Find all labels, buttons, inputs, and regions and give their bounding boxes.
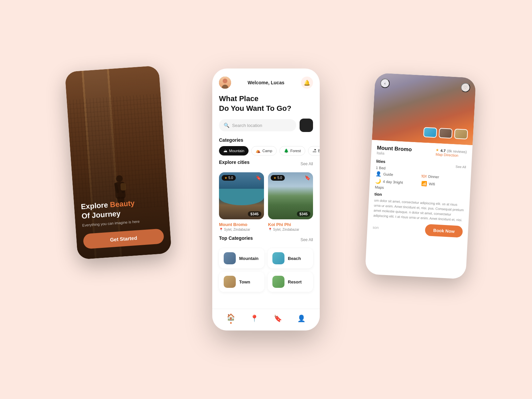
- category-mountain[interactable]: ⛰ Mountain: [219, 146, 249, 156]
- get-started-button[interactable]: Get Started: [83, 228, 165, 249]
- nav-home[interactable]: 🏠: [227, 313, 235, 324]
- top-cat-resort[interactable]: Resort: [268, 272, 313, 292]
- rating-badge: ★ 5.0: [271, 175, 285, 181]
- explore-cities-title: Explore cities: [219, 160, 250, 165]
- amenity-duration: 🌙 4 day 3night: [375, 178, 419, 186]
- nav-profile[interactable]: 👤: [297, 314, 306, 322]
- location-nav-icon: 📍: [250, 314, 259, 322]
- forest-icon: 🌲: [284, 148, 289, 153]
- city-card-mount-bromo[interactable]: ★ 5.0 🔖 $345 Mount Bromo 📍 Sylet, Zindab…: [219, 172, 264, 231]
- grid-view-button[interactable]: [300, 119, 313, 132]
- title-line2: Do You Want To Go?: [219, 104, 291, 113]
- top-categories-see-all[interactable]: See All: [301, 237, 313, 242]
- thumbnail-2[interactable]: [439, 128, 453, 139]
- mountain-thumbnail: [224, 252, 236, 264]
- season-label: son: [373, 225, 379, 229]
- city-cards: ★ 5.0 🔖 $345 Mount Bromo 📍 Sylet, Zindab…: [219, 172, 313, 231]
- explore-cities-section: Explore cities See All ★ 5.0 🔖: [212, 160, 320, 235]
- search-icon: 🔍: [224, 123, 229, 128]
- top-cat-mountain[interactable]: Mountain: [219, 248, 264, 268]
- star-icon: ★: [273, 176, 276, 180]
- amenity-dinner: 🍽 Dinner: [422, 173, 466, 181]
- right-hero-image: ‹ ♡: [372, 73, 476, 145]
- price-badge: $345: [297, 211, 310, 217]
- explore-headline-1: Explore: [81, 201, 108, 211]
- star-icon: ★: [224, 176, 227, 180]
- home-icon: 🏠: [227, 313, 235, 321]
- svg-point-0: [116, 175, 123, 182]
- top-cat-beach-label: Beach: [288, 256, 301, 261]
- bookmark-icon[interactable]: 🔖: [305, 175, 310, 180]
- top-categories-section: Top Categories See All Mountain Beach To…: [212, 235, 320, 292]
- rating-value: 4.7: [440, 148, 446, 153]
- nav-active-dot: [230, 322, 232, 324]
- price-badge: $345: [248, 211, 261, 217]
- mountain-icon: ⛰: [223, 148, 227, 153]
- top-cat-beach[interactable]: Beach: [268, 248, 313, 268]
- city-location: 📍 Sylet, Zindabazar: [219, 228, 264, 231]
- book-section: son Book Now: [372, 221, 463, 238]
- beach-icon: 🏖: [312, 148, 316, 153]
- explore-see-all[interactable]: See All: [301, 162, 313, 166]
- city-name: Koi Phi Phi: [268, 222, 313, 227]
- category-camp[interactable]: ⛺ Camp: [251, 146, 276, 156]
- title-line1: What Place: [219, 94, 258, 103]
- moon-icon: 🌙: [375, 178, 381, 184]
- town-thumbnail: [224, 276, 236, 288]
- amenity-wifi: 📶 Wifi: [421, 181, 465, 188]
- thumbnail-3[interactable]: [454, 129, 468, 139]
- category-beach[interactable]: 🏖 Bea: [308, 146, 320, 156]
- category-label: Mountain: [229, 149, 244, 153]
- svg-rect-6: [120, 183, 126, 191]
- bookmark-nav-icon: 🔖: [274, 314, 282, 322]
- bookmark-icon[interactable]: 🔖: [256, 175, 261, 180]
- top-cat-town[interactable]: Town: [219, 272, 264, 292]
- search-row: 🔍 Search location: [212, 119, 320, 137]
- bed-info: 1 Bed: [376, 166, 386, 170]
- wifi-icon: 📶: [421, 181, 427, 186]
- amenities-title: lities: [376, 159, 386, 164]
- nav-bookmark[interactable]: 🔖: [274, 314, 282, 322]
- search-input[interactable]: Search location: [232, 123, 262, 128]
- center-phone: Welcome, Lucas 🔔 What Place Do You Want …: [212, 69, 320, 330]
- location-icon: 📍: [219, 228, 223, 231]
- page-title: What Place Do You Want To Go?: [212, 93, 320, 119]
- top-categories-grid: Mountain Beach Town Resort: [219, 248, 313, 292]
- explore-headline-2: Of Journey: [81, 209, 121, 220]
- top-cat-resort-label: Resort: [288, 279, 302, 284]
- nav-location[interactable]: 📍: [250, 314, 259, 322]
- amenity-guide: 👤 Guide: [375, 171, 420, 179]
- categories-row: ⛰ Mountain ⛺ Camp 🌲 Forest 🏖 Bea: [219, 146, 313, 156]
- categories-title: Categories: [219, 137, 313, 143]
- profile-icon: 👤: [297, 314, 306, 322]
- beach-thumbnail: [272, 252, 284, 264]
- notification-button[interactable]: 🔔: [301, 77, 313, 89]
- avatar: [219, 77, 231, 89]
- book-now-button[interactable]: Book Now: [425, 224, 463, 238]
- center-header: Welcome, Lucas 🔔: [212, 69, 320, 93]
- top-cat-mountain-label: Mountain: [239, 256, 259, 261]
- rating-badge: ★ 5.0: [222, 175, 236, 181]
- thumbnail-1[interactable]: [423, 127, 437, 138]
- search-box[interactable]: 🔍 Search location: [219, 119, 296, 131]
- category-forest[interactable]: 🌲 Forest: [279, 146, 305, 156]
- amenities-section: lities See All 1 Bed 👤 Guide 🍽 Dinner: [375, 159, 466, 194]
- amenity-label: Guide: [383, 172, 393, 177]
- guide-icon: 👤: [375, 171, 382, 177]
- maps-text: Maps: [375, 185, 384, 189]
- rating-value: 5.0: [277, 176, 282, 180]
- description-text: um dolor sit amet, consectetur adipiscin…: [373, 198, 464, 223]
- city-name: Mount Bromo: [219, 222, 264, 227]
- resort-thumbnail: [272, 276, 284, 288]
- camp-icon: ⛺: [256, 148, 261, 153]
- category-label: Camp: [262, 149, 272, 153]
- top-cat-town-label: Town: [239, 279, 250, 284]
- amenity-label: Dinner: [428, 174, 439, 179]
- amenities-see-all[interactable]: See All: [455, 165, 466, 169]
- right-phone: ‹ ♡ Mount Bromo Italia ★ 4.7 (8k reviews…: [365, 73, 476, 279]
- bell-icon: 🔔: [304, 80, 310, 86]
- star-icon: ★: [436, 148, 439, 152]
- city-card-koi-phi-phi[interactable]: ★ 5.0 🔖 $345 Koi Phi Phi 📍 Sylet, Zindab…: [268, 172, 313, 231]
- category-label: Bea: [318, 149, 320, 153]
- right-content: Mount Bromo Italia ★ 4.7 (8k reviews) Ma…: [365, 140, 473, 279]
